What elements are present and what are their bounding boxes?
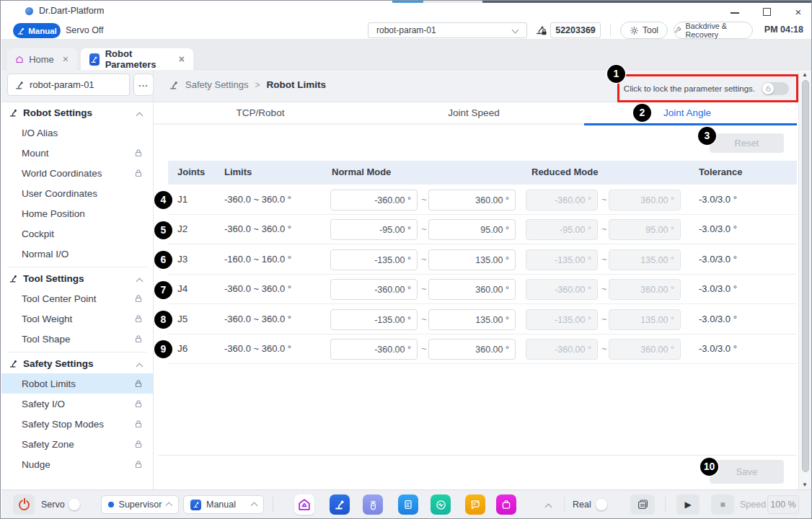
app-window: Dr.Dart-Platform × Manual Servo Off robo…: [0, 0, 812, 519]
power-icon: [19, 500, 30, 510]
dock-monitoring-app[interactable]: [431, 494, 451, 515]
sidebar-item-tool-weight[interactable]: Tool Weight: [1, 309, 153, 329]
scrollbar-thumb[interactable]: [802, 80, 809, 472]
sidebar-item-normal-io[interactable]: Normal I/O: [1, 244, 153, 264]
save-button[interactable]: Save: [710, 460, 784, 484]
group-label: Safety Settings: [23, 358, 94, 369]
sidebar-group-safety-settings[interactable]: Safety Settings: [1, 353, 153, 373]
normal-max-input[interactable]: [428, 339, 516, 360]
sidebar-item-tool-center-point[interactable]: Tool Center Point: [1, 288, 153, 309]
tab-robot-parameters-close-icon[interactable]: ×: [179, 53, 185, 65]
range-tilde: ~: [421, 283, 427, 294]
waveform-icon: [435, 499, 447, 511]
normal-max-input[interactable]: [428, 219, 516, 240]
item-label: Safety I/O: [22, 399, 65, 409]
sidebar-item-world-coordinates[interactable]: World Coordinates: [1, 163, 153, 183]
dock-jog-app[interactable]: [363, 494, 383, 515]
scroll-down-icon[interactable]: ▼: [802, 482, 808, 488]
reset-button[interactable]: Reset: [710, 133, 784, 153]
item-label: Mount: [22, 148, 49, 159]
play-icon: ▶: [684, 500, 691, 510]
sidebar-item-safety-zone[interactable]: Safety Zone: [1, 434, 153, 454]
tool-button[interactable]: Tool: [620, 22, 668, 39]
robot-arm-icon: [14, 80, 25, 90]
normal-max-input[interactable]: [428, 249, 516, 270]
tolerance-value: -3.0/3.0 °: [699, 194, 737, 205]
breadcrumb-section: Safety Settings: [185, 79, 248, 90]
dock-log-app[interactable]: [465, 494, 485, 515]
normal-min-input[interactable]: [330, 219, 418, 240]
lock-banner-highlight: Click to lock the parameter settings.: [617, 74, 798, 102]
scroll-up-icon[interactable]: ▲: [802, 71, 808, 78]
group-label: Robot Settings: [23, 107, 92, 118]
dock-store-app[interactable]: [496, 494, 516, 515]
sidebar-item-user-coordinates[interactable]: User Coordinates: [1, 183, 153, 203]
reduced-max-input: [609, 219, 681, 240]
stop-button[interactable]: ■: [711, 494, 734, 515]
joint-limits: -160.0 ~ 160.0 °: [224, 254, 291, 265]
sidebar-item-io-alias[interactable]: I/O Alias: [1, 123, 153, 143]
normal-min-input[interactable]: [330, 279, 418, 300]
sidebar-item-safety-io[interactable]: Safety I/O: [1, 394, 153, 414]
tab-joint-speed[interactable]: Joint Speed: [367, 102, 581, 125]
servo-label: Servo: [41, 500, 65, 510]
home-icon: [298, 498, 311, 511]
lock-icon: [134, 314, 143, 323]
tab-tcp-robot[interactable]: TCP/Robot: [154, 102, 367, 125]
param-dropdown[interactable]: robot-param-01: [368, 22, 527, 38]
mode-button[interactable]: Manual: [13, 23, 61, 38]
tab-home-close-icon[interactable]: ×: [63, 53, 69, 65]
tab-robot-parameters[interactable]: Robot Parameters ×: [81, 48, 193, 70]
normal-max-input[interactable]: [428, 279, 516, 300]
reduced-max-input: [609, 309, 681, 330]
view-3d-button[interactable]: 3D: [630, 494, 655, 515]
sidebar-group-robot-settings[interactable]: Robot Settings: [1, 102, 153, 123]
speed-value-box[interactable]: 100 %: [767, 495, 799, 514]
sidebar-item-nudge[interactable]: Nudge: [1, 454, 153, 474]
annotation-badge-5: 5: [154, 221, 172, 239]
dock-robot-params-app[interactable]: [330, 494, 350, 515]
close-button[interactable]: ×: [787, 6, 809, 19]
power-button[interactable]: [13, 494, 35, 515]
sidebar-item-tool-shape[interactable]: Tool Shape: [1, 329, 153, 349]
tab-joint-angle[interactable]: Joint Angle: [581, 102, 794, 125]
sidebar-item-robot-limits[interactable]: Robot Limits: [1, 373, 153, 394]
operation-mode-value: Manual: [206, 500, 236, 510]
backdrive-recovery-button[interactable]: Backdrive & Recovery: [674, 22, 753, 39]
normal-max-input[interactable]: [428, 190, 516, 210]
normal-min-input[interactable]: [330, 309, 418, 330]
dock-task-writer-app[interactable]: [398, 494, 418, 515]
normal-max-input[interactable]: [428, 309, 516, 330]
annotation-badge-6: 6: [154, 251, 172, 269]
servo-status-text: Servo Off: [66, 25, 104, 35]
joint-name: J6: [177, 343, 187, 354]
range-tilde: ~: [421, 254, 427, 265]
role-dropdown[interactable]: Supervisor: [101, 495, 179, 514]
play-button[interactable]: ▶: [676, 494, 700, 515]
sidebar-group-tool-settings[interactable]: Tool Settings: [1, 268, 153, 288]
sidebar-item-mount[interactable]: Mount: [1, 143, 153, 163]
status-bar: Servo Supervisor Manual: [1, 489, 812, 519]
tab-home[interactable]: Home ×: [7, 48, 77, 70]
normal-min-input[interactable]: [330, 190, 418, 210]
tolerance-value: -3.0/3.0 °: [699, 223, 737, 234]
normal-min-input[interactable]: [330, 339, 418, 360]
maximize-button[interactable]: [756, 6, 777, 19]
dock-home-app[interactable]: [294, 494, 314, 515]
normal-min-input[interactable]: [330, 249, 418, 270]
table-row-j5: J5 -360.0 ~ 360.0 ° ~ ~ -3.0/3.0 °: [168, 305, 797, 334]
dock-expand-icon[interactable]: [545, 504, 552, 511]
minimize-button[interactable]: [724, 6, 746, 19]
parameter-lock-toggle[interactable]: [762, 82, 789, 95]
joint-limits: -360.0 ~ 360.0 °: [224, 223, 291, 234]
sidebar-item-safety-stop-modes[interactable]: Safety Stop Modes: [1, 414, 153, 434]
sidebar-item-cockpit[interactable]: Cockpit: [1, 223, 153, 244]
operation-mode-dropdown[interactable]: Manual: [183, 495, 264, 514]
param-name-field[interactable]: robot-param-01: [7, 74, 130, 96]
mode-icon: [190, 500, 201, 510]
param-more-button[interactable]: ...: [133, 74, 154, 96]
vertical-scrollbar[interactable]: ▲ ▼: [798, 70, 812, 489]
joint-limits: -360.0 ~ 360.0 °: [224, 283, 291, 294]
group-label: Tool Settings: [23, 273, 84, 284]
sidebar-item-home-position[interactable]: Home Position: [1, 203, 153, 223]
